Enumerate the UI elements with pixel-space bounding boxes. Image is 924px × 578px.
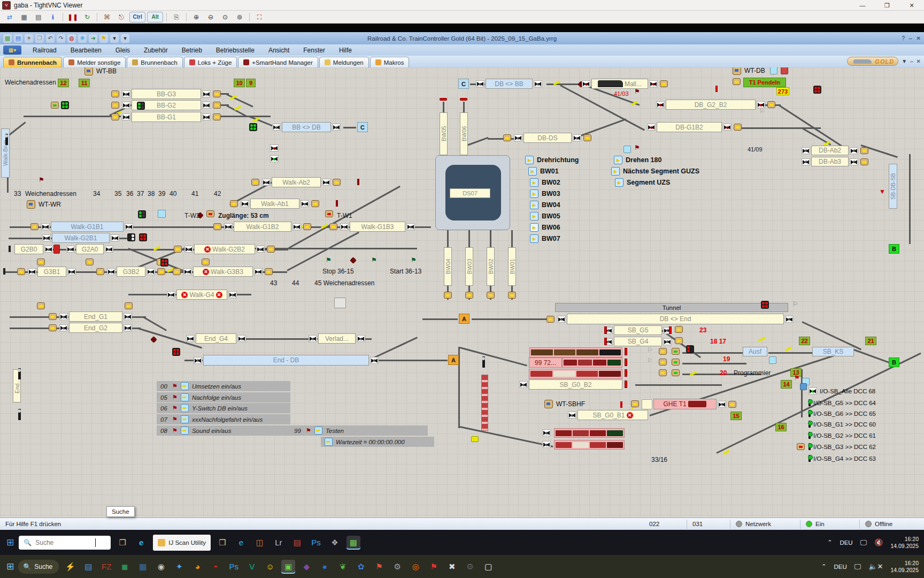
- signal-gray[interactable]: [237, 335, 246, 342]
- signal[interactable]: [172, 348, 180, 356]
- keyboard-language[interactable]: DEU: [834, 564, 846, 570]
- macro-play-icon[interactable]: ▶: [530, 189, 538, 198]
- vnc-maximize-button[interactable]: ❐: [875, 0, 899, 11]
- signal-gray[interactable]: [125, 223, 133, 230]
- tab-pin-button[interactable]: ▼: [902, 58, 907, 64]
- block-sb-ks[interactable]: SB_KS: [812, 347, 854, 356]
- macro-toggle-icon[interactable]: [181, 427, 189, 435]
- block-g3b1[interactable]: G3B1: [37, 267, 66, 277]
- block-bb-db[interactable]: BB <> DB: [282, 122, 331, 132]
- signal-gray[interactable]: [802, 147, 810, 154]
- badge-22[interactable]: 22: [799, 337, 810, 345]
- tab[interactable]: +SmartHand Manager: [238, 57, 318, 67]
- menu-item[interactable]: Fenster: [296, 45, 332, 55]
- signal-gray[interactable]: [59, 324, 68, 331]
- macro-play-icon[interactable]: ▶: [530, 178, 538, 187]
- signal-gray[interactable]: [147, 268, 155, 275]
- menu-item[interactable]: Ansicht: [261, 45, 296, 55]
- block-g2a0[interactable]: G2A0: [76, 244, 104, 254]
- signal[interactable]: [659, 348, 667, 355]
- signal-gray[interactable]: [167, 291, 175, 298]
- track-diagram-canvas[interactable]: WT-BBWeichenadressen1211109BB-G3BB-G2BB-…: [0, 67, 924, 518]
- signal-gray[interactable]: [272, 124, 281, 131]
- flower-icon[interactable]: ✿: [354, 560, 368, 574]
- signal-gray[interactable]: [568, 412, 576, 419]
- block-sb-g4[interactable]: SB_G4: [614, 337, 662, 346]
- traincontroller-icon[interactable]: ▣: [281, 560, 295, 574]
- orange-ring-icon[interactable]: ◎: [409, 560, 422, 574]
- signal[interactable]: [202, 258, 210, 265]
- signal-gray[interactable]: [228, 291, 237, 298]
- switchboard-icon[interactable]: [544, 400, 553, 408]
- traincontroller-icon[interactable]: ▦: [346, 536, 360, 550]
- signal-gray[interactable]: [202, 113, 211, 120]
- signal[interactable]: [672, 369, 680, 376]
- stop-marker[interactable]: [625, 369, 627, 377]
- gear2-icon[interactable]: ⚙: [463, 560, 477, 574]
- lightroom-icon[interactable]: Lr: [272, 536, 286, 550]
- macro-play-icon[interactable]: ▶: [530, 234, 538, 243]
- signal[interactable]: [96, 268, 104, 275]
- signal[interactable]: [17, 268, 25, 275]
- vnc-minimize-button[interactable]: —: [850, 0, 875, 11]
- macro-button-drehen-180[interactable]: ▶Drehen 180: [614, 156, 661, 164]
- block-walk-g2b1[interactable]: Walk-G2B1: [52, 233, 110, 243]
- signal-gray[interactable]: [66, 246, 75, 253]
- files-icon[interactable]: ▤: [81, 560, 95, 574]
- app-gray-icon[interactable]: ❖: [328, 536, 342, 550]
- app-close-button[interactable]: ✕: [917, 35, 921, 41]
- clock[interactable]: 16:20 14.09.2025: [890, 560, 919, 574]
- signal[interactable]: [733, 78, 741, 85]
- vnc-icon[interactable]: V: [245, 560, 259, 574]
- io-row-i-o-sb-alle-dcc-68[interactable]: I/O-SB_Alle DCC 68: [808, 387, 875, 394]
- signal-gray[interactable]: [44, 246, 53, 253]
- signal-red[interactable]: [647, 124, 656, 131]
- block-db-ab3[interactable]: DB-Ab3: [811, 157, 849, 166]
- macro-button-bw03[interactable]: ▶BW03: [530, 189, 560, 198]
- ctrl-alt-del-icon[interactable]: ⌘: [101, 12, 113, 22]
- file-explorer-icon[interactable]: ❒: [215, 536, 229, 550]
- badge-9[interactable]: 9: [246, 79, 256, 87]
- photoshop-icon[interactable]: Ps: [227, 560, 241, 574]
- badge-b[interactable]: B: [889, 244, 899, 254]
- switchboard-icon[interactable]: [27, 200, 35, 209]
- signal[interactable]: [174, 246, 182, 253]
- network-tray-icon[interactable]: 🖵: [854, 562, 861, 571]
- refresh-icon[interactable]: ↻: [81, 12, 94, 22]
- signal-gray[interactable]: [519, 381, 528, 388]
- signal-red[interactable]: [270, 144, 279, 151]
- signal-gray[interactable]: [122, 113, 130, 120]
- signal[interactable]: [249, 123, 257, 131]
- pin-red-icon[interactable]: ⚑: [372, 560, 386, 574]
- badge-12[interactable]: 12: [58, 79, 69, 87]
- clock[interactable]: 16:20 14.09.2025: [890, 536, 919, 550]
- tab[interactable]: Meldungen: [319, 57, 369, 67]
- signal-gray[interactable]: [202, 90, 211, 97]
- block-bw02[interactable]: BW02: [487, 247, 495, 286]
- ctrl-button[interactable]: Ctrl: [129, 12, 145, 22]
- network-tray-icon[interactable]: 🖵: [860, 538, 867, 547]
- edge-icon[interactable]: e: [134, 536, 148, 550]
- mouse-icon[interactable]: ◉: [154, 560, 168, 574]
- zoom-in-icon[interactable]: ⊕: [190, 12, 203, 22]
- block-g2b0[interactable]: G2B0: [14, 244, 43, 254]
- signal-gray[interactable]: [573, 134, 581, 141]
- signal[interactable]: [672, 359, 680, 366]
- macro-button-n-chste-segment-guzs[interactable]: ▶Nächste Segment GUZS: [611, 167, 699, 176]
- menu-launcher-button[interactable]: ▦▾: [3, 45, 21, 55]
- blue-ball-icon[interactable]: ●: [318, 560, 332, 574]
- signal-gray[interactable]: [41, 223, 50, 230]
- signal[interactable]: [265, 268, 273, 275]
- signal-gray[interactable]: [122, 102, 130, 109]
- macro-row-sound-ein-aus[interactable]: 08⚑Sound ein/aus: [157, 425, 290, 436]
- clipboard-icon[interactable]: ⎘: [170, 12, 183, 22]
- signal-red[interactable]: [649, 80, 658, 87]
- signal[interactable]: [61, 101, 69, 109]
- menu-item[interactable]: Betrieb: [175, 45, 209, 55]
- tray-expand-icon[interactable]: ⌃: [821, 563, 826, 570]
- macro-row-testen[interactable]: 99⚑Testen: [290, 425, 428, 436]
- end-stop[interactable]: [3, 268, 5, 275]
- signal[interactable]: [325, 210, 333, 217]
- signal-gray[interactable]: [309, 335, 317, 342]
- macro-toggle-icon[interactable]: [325, 438, 333, 446]
